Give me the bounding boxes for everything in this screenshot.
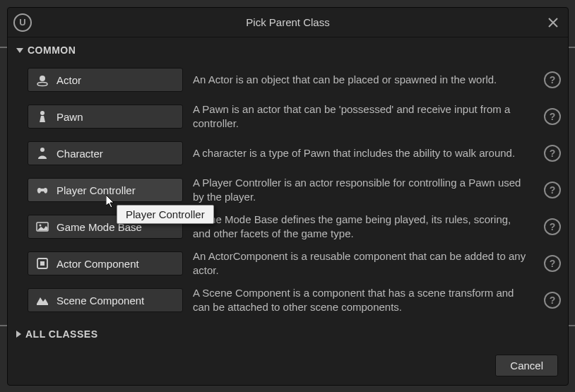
class-button-scene-component[interactable]: Scene Component: [28, 288, 183, 312]
section-common-header[interactable]: COMMON: [8, 42, 568, 61]
help-button[interactable]: ?: [544, 218, 561, 235]
dialog-content: COMMON Actor An Actor is an object that …: [8, 37, 568, 349]
class-desc: An ActorComponent is a reusable componen…: [193, 249, 534, 278]
class-row-scene-component: Scene Component A Scene Component is a c…: [8, 282, 568, 319]
chevron-right-icon: [16, 331, 21, 338]
help-button[interactable]: ?: [544, 71, 561, 88]
svg-rect-8: [37, 304, 48, 305]
help-button[interactable]: ?: [544, 145, 561, 162]
section-all-classes-label: ALL CLASSES: [25, 328, 97, 340]
tooltip: Player Controller: [117, 205, 214, 224]
class-button-player-controller[interactable]: Player Controller: [28, 178, 183, 202]
class-label: Player Controller: [57, 184, 136, 196]
class-row-game-mode-base: Game Mode Base Game Mode Base defines th…: [8, 208, 568, 245]
component-icon: [35, 256, 49, 271]
chevron-down-icon: [16, 48, 23, 53]
actor-icon: [35, 73, 49, 87]
class-row-actor: Actor An Actor is an object that can be …: [8, 61, 568, 98]
cancel-button[interactable]: Cancel: [495, 355, 558, 376]
help-button[interactable]: ?: [544, 292, 561, 309]
titlebar: U Pick Parent Class: [8, 8, 568, 37]
class-row-player-controller: Player Controller A Player Controller is…: [8, 172, 568, 208]
class-label: Pawn: [57, 111, 83, 123]
class-button-actor-component[interactable]: Actor Component: [28, 251, 183, 275]
close-icon: [548, 18, 558, 28]
gamepad-icon: [35, 183, 49, 197]
section-common-label: COMMON: [28, 44, 76, 56]
pawn-icon: [35, 109, 49, 124]
class-row-actor-component: Actor Component An ActorComponent is a r…: [8, 245, 568, 282]
help-button[interactable]: ?: [544, 255, 561, 272]
class-row-character: Character A character is a type of Pawn …: [8, 135, 568, 172]
help-button[interactable]: ?: [544, 108, 561, 125]
help-button[interactable]: ?: [544, 182, 561, 198]
svg-point-3: [40, 148, 45, 152]
class-desc: A Player Controller is an actor responsi…: [193, 176, 534, 205]
class-button-character[interactable]: Character: [28, 141, 183, 165]
character-icon: [35, 146, 49, 160]
class-desc: A Pawn is an actor that can be 'possesse…: [193, 102, 534, 131]
class-desc: A Scene Component is a component that ha…: [193, 286, 534, 315]
class-label: Character: [57, 148, 103, 160]
class-label: Scene Component: [57, 295, 144, 307]
section-all-classes-header[interactable]: ALL CLASSES: [8, 319, 568, 347]
pick-parent-class-dialog: U Pick Parent Class COMMON Actor An Acto…: [7, 7, 569, 386]
class-label: Actor: [57, 74, 81, 86]
unreal-logo-icon: U: [13, 13, 32, 32]
svg-point-1: [40, 76, 45, 81]
class-button-actor[interactable]: Actor: [28, 68, 183, 92]
class-desc: A character is a type of Pawn that inclu…: [193, 146, 534, 160]
class-label: Actor Component: [57, 258, 139, 270]
svg-rect-7: [40, 261, 45, 266]
close-button[interactable]: [544, 13, 562, 32]
class-desc: Game Mode Base defines the game being pl…: [193, 213, 534, 242]
image-icon: [35, 220, 49, 234]
class-button-pawn[interactable]: Pawn: [28, 105, 183, 129]
svg-point-2: [40, 111, 45, 115]
window-title: Pick Parent Class: [32, 16, 544, 28]
class-desc: An Actor is an object that can be placed…: [193, 73, 534, 87]
common-class-list: Actor An Actor is an object that can be …: [8, 61, 568, 319]
scene-icon: [35, 293, 49, 307]
dialog-footer: Cancel: [8, 349, 568, 385]
svg-point-0: [37, 83, 47, 86]
svg-point-5: [40, 225, 42, 227]
class-row-pawn: Pawn A Pawn is an actor that can be 'pos…: [8, 98, 568, 135]
